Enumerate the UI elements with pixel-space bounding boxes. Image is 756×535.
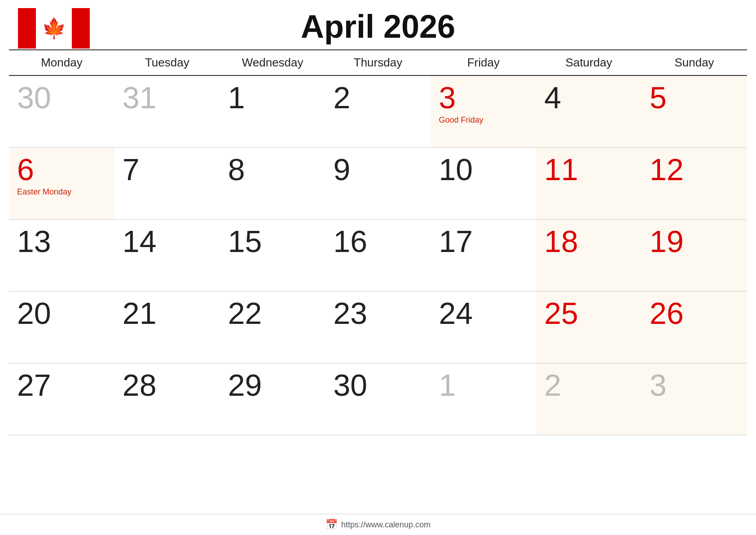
calendar-cell: 26	[642, 291, 747, 363]
day-number: 10	[439, 154, 532, 185]
day-number: 9	[334, 154, 426, 185]
calendar-cell: 30	[9, 75, 114, 147]
calendar-cell: 13	[9, 219, 114, 291]
calendar-week-3: 13141516171819	[9, 219, 747, 291]
day-number: 7	[123, 154, 215, 185]
calendar-cell: 18	[536, 219, 642, 291]
calendar-cell: 27	[9, 363, 114, 435]
calendar-cell: 17	[431, 219, 536, 291]
weekday-header-saturday: Saturday	[536, 50, 642, 75]
calendar-cell: 1	[220, 75, 325, 147]
calendar-header: 🍁 April 2026	[0, 0, 756, 49]
day-number: 26	[650, 298, 743, 328]
day-number: 12	[650, 154, 743, 185]
day-number: 1	[228, 82, 321, 113]
calendar-cell: 15	[220, 219, 325, 291]
calendar-cell: 29	[220, 363, 325, 435]
day-number: 5	[650, 82, 743, 113]
day-number: 24	[439, 298, 532, 328]
footer-url: https://www.calenup.com	[341, 520, 431, 530]
day-number: 2	[334, 82, 426, 113]
calendar-cell: 31	[114, 75, 220, 147]
calendar-cell: 1	[431, 363, 536, 435]
day-number: 30	[17, 82, 110, 113]
flag-right	[72, 8, 90, 49]
day-number: 15	[228, 226, 321, 256]
calendar-cell: 5	[642, 75, 747, 147]
calendar-cell: 12	[642, 147, 747, 219]
day-number: 3	[650, 370, 743, 400]
calendar-cell: 11	[536, 147, 642, 219]
calendar-cell: 3Good Friday	[431, 75, 536, 147]
footer: 📅 https://www.calenup.com	[0, 514, 756, 535]
day-number: 30	[334, 370, 426, 400]
calendar-title: April 2026	[18, 8, 738, 45]
day-number: 4	[544, 82, 637, 113]
day-number: 17	[439, 226, 532, 256]
calendar-cell: 19	[642, 219, 747, 291]
calendar-cell: 16	[325, 219, 431, 291]
calendar-cell: 22	[220, 291, 325, 363]
calendar-week-4: 20212223242526	[9, 291, 747, 363]
calendar-cell: 30	[325, 363, 431, 435]
calendar-cell: 10	[431, 147, 536, 219]
calendar-week-1: 3031123Good Friday45	[9, 75, 747, 147]
day-number: 1	[439, 370, 532, 400]
calendar-cell: 23	[325, 291, 431, 363]
day-number: 8	[228, 154, 321, 185]
calendar-cell: 28	[114, 363, 220, 435]
flag-left	[18, 8, 36, 49]
day-number: 13	[17, 226, 110, 256]
calendar-table: MondayTuesdayWednesdayThursdayFridaySatu…	[9, 49, 747, 435]
calendar-cell: 25	[536, 291, 642, 363]
day-number: 16	[334, 226, 426, 256]
day-number: 25	[544, 298, 637, 328]
calendar-cell: 2	[536, 363, 642, 435]
holiday-label: Good Friday	[439, 115, 532, 125]
calendar-week-2: 6Easter Monday789101112	[9, 147, 747, 219]
calendar-cell: 9	[325, 147, 431, 219]
calendar-cell: 3	[642, 363, 747, 435]
calendar-cell: 4	[536, 75, 642, 147]
calendar-cell: 21	[114, 291, 220, 363]
calendar-header-row: MondayTuesdayWednesdayThursdayFridaySatu…	[9, 50, 747, 75]
calendar-cell: 2	[325, 75, 431, 147]
calendar-cell: 8	[220, 147, 325, 219]
weekday-header-monday: Monday	[9, 50, 114, 75]
weekday-header-sunday: Sunday	[642, 50, 747, 75]
calendar-cell: 14	[114, 219, 220, 291]
calendar-cell: 7	[114, 147, 220, 219]
maple-leaf-icon: 🍁	[42, 18, 66, 38]
calendar-cell: 20	[9, 291, 114, 363]
calendar-week-5: 27282930123	[9, 363, 747, 435]
weekday-header-tuesday: Tuesday	[114, 50, 220, 75]
day-number: 27	[17, 370, 110, 400]
calendar-cell: 24	[431, 291, 536, 363]
day-number: 23	[334, 298, 426, 328]
holiday-label: Easter Monday	[17, 187, 110, 197]
day-number: 19	[650, 226, 743, 256]
day-number: 20	[17, 298, 110, 328]
day-number: 3	[439, 82, 532, 113]
day-number: 22	[228, 298, 321, 328]
weekday-header-friday: Friday	[431, 50, 536, 75]
calendar-cell: 6Easter Monday	[9, 147, 114, 219]
day-number: 2	[544, 370, 637, 400]
weekday-header-thursday: Thursday	[325, 50, 431, 75]
day-number: 6	[17, 154, 110, 185]
day-number: 31	[123, 82, 215, 113]
calenup-icon: 📅	[325, 519, 338, 531]
day-number: 28	[123, 370, 215, 400]
calendar-container: MondayTuesdayWednesdayThursdayFridaySatu…	[0, 49, 756, 514]
canada-flag: 🍁	[18, 8, 90, 49]
day-number: 21	[123, 298, 215, 328]
flag-center: 🍁	[36, 8, 72, 49]
day-number: 18	[544, 226, 637, 256]
day-number: 14	[123, 226, 215, 256]
weekday-header-wednesday: Wednesday	[220, 50, 325, 75]
day-number: 11	[544, 154, 637, 185]
day-number: 29	[228, 370, 321, 400]
